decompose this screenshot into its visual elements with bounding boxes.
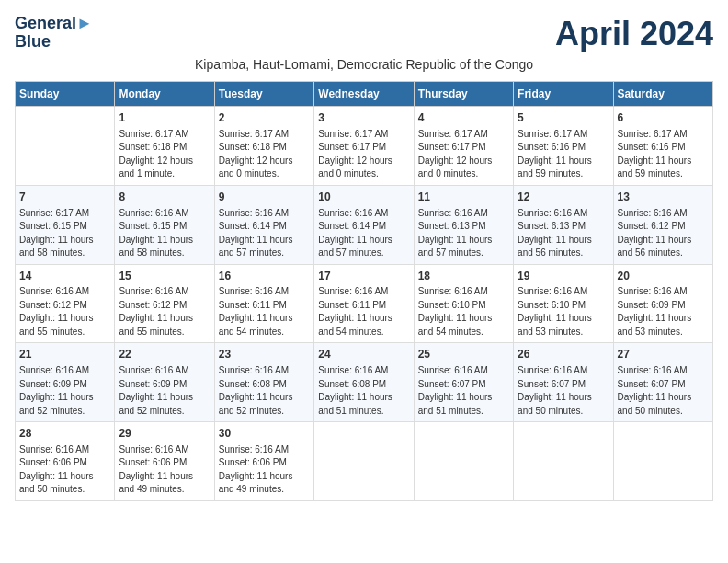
day-number: 7	[19, 190, 110, 205]
day-cell: 10Sunrise: 6:16 AMSunset: 6:14 PMDayligh…	[314, 185, 414, 264]
day-cell: 13Sunrise: 6:16 AMSunset: 6:12 PMDayligh…	[613, 185, 712, 264]
day-number: 5	[518, 110, 609, 126]
day-number: 8	[119, 190, 210, 205]
calendar-table: SundayMondayTuesdayWednesdayThursdayFrid…	[15, 81, 713, 501]
day-info: Sunrise: 6:16 AMSunset: 6:13 PMDaylight:…	[418, 207, 509, 260]
calendar-body: 1Sunrise: 6:17 AMSunset: 6:18 PMDaylight…	[16, 107, 713, 501]
day-info: Sunrise: 6:16 AMSunset: 6:07 PMDaylight:…	[518, 364, 609, 418]
day-cell: 5Sunrise: 6:17 AMSunset: 6:16 PMDaylight…	[514, 107, 613, 186]
day-cell: 19Sunrise: 6:16 AMSunset: 6:10 PMDayligh…	[514, 264, 613, 343]
week-row-2: 7Sunrise: 6:17 AMSunset: 6:15 PMDaylight…	[16, 185, 713, 264]
day-info: Sunrise: 6:16 AMSunset: 6:09 PMDaylight:…	[618, 285, 709, 339]
day-cell: 6Sunrise: 6:17 AMSunset: 6:16 PMDaylight…	[613, 107, 712, 186]
day-cell	[16, 107, 115, 186]
day-cell: 2Sunrise: 6:17 AMSunset: 6:18 PMDaylight…	[214, 107, 313, 186]
header-day-sunday: Sunday	[16, 82, 115, 107]
day-cell: 11Sunrise: 6:16 AMSunset: 6:13 PMDayligh…	[414, 185, 513, 264]
day-number: 17	[318, 269, 409, 284]
day-info: Sunrise: 6:17 AMSunset: 6:16 PMDaylight:…	[618, 128, 709, 181]
day-cell: 7Sunrise: 6:17 AMSunset: 6:15 PMDaylight…	[16, 185, 115, 264]
day-number: 22	[119, 347, 210, 362]
day-info: Sunrise: 6:16 AMSunset: 6:09 PMDaylight:…	[119, 364, 210, 418]
week-row-5: 28Sunrise: 6:16 AMSunset: 6:06 PMDayligh…	[16, 422, 713, 501]
day-info: Sunrise: 6:16 AMSunset: 6:10 PMDaylight:…	[418, 285, 509, 339]
day-cell: 21Sunrise: 6:16 AMSunset: 6:09 PMDayligh…	[16, 343, 115, 422]
day-cell: 9Sunrise: 6:16 AMSunset: 6:14 PMDaylight…	[214, 185, 313, 264]
month-title: April 2024	[555, 15, 713, 53]
week-row-4: 21Sunrise: 6:16 AMSunset: 6:09 PMDayligh…	[16, 343, 713, 422]
day-number: 27	[618, 347, 709, 362]
header-day-monday: Monday	[115, 82, 214, 107]
day-number: 10	[318, 190, 409, 205]
day-info: Sunrise: 6:17 AMSunset: 6:15 PMDaylight:…	[19, 207, 110, 260]
day-info: Sunrise: 6:17 AMSunset: 6:17 PMDaylight:…	[318, 128, 409, 181]
day-number: 26	[518, 347, 609, 362]
day-number: 23	[219, 347, 310, 362]
header-day-tuesday: Tuesday	[214, 82, 313, 107]
day-cell: 30Sunrise: 6:16 AMSunset: 6:06 PMDayligh…	[214, 422, 313, 501]
day-info: Sunrise: 6:16 AMSunset: 6:09 PMDaylight:…	[19, 364, 110, 418]
week-row-1: 1Sunrise: 6:17 AMSunset: 6:18 PMDaylight…	[16, 107, 713, 186]
day-info: Sunrise: 6:17 AMSunset: 6:17 PMDaylight:…	[418, 128, 509, 181]
day-info: Sunrise: 6:16 AMSunset: 6:15 PMDaylight:…	[119, 207, 210, 260]
day-cell: 18Sunrise: 6:16 AMSunset: 6:10 PMDayligh…	[414, 264, 513, 343]
day-info: Sunrise: 6:16 AMSunset: 6:10 PMDaylight:…	[518, 285, 609, 339]
day-cell: 15Sunrise: 6:16 AMSunset: 6:12 PMDayligh…	[115, 264, 214, 343]
day-number: 20	[618, 269, 709, 284]
day-info: Sunrise: 6:16 AMSunset: 6:08 PMDaylight:…	[219, 364, 310, 418]
day-info: Sunrise: 6:16 AMSunset: 6:06 PMDaylight:…	[219, 443, 310, 497]
header-day-wednesday: Wednesday	[314, 82, 414, 107]
day-number: 21	[19, 347, 110, 362]
day-cell: 26Sunrise: 6:16 AMSunset: 6:07 PMDayligh…	[514, 343, 613, 422]
day-number: 19	[518, 269, 609, 284]
logo: General►Blue	[15, 15, 93, 52]
subtitle: Kipamba, Haut-Lomami, Democratic Republi…	[15, 57, 713, 72]
day-number: 6	[618, 110, 709, 126]
day-number: 30	[219, 426, 310, 442]
day-cell: 23Sunrise: 6:16 AMSunset: 6:08 PMDayligh…	[214, 343, 313, 422]
day-info: Sunrise: 6:16 AMSunset: 6:12 PMDaylight:…	[119, 285, 210, 339]
day-number: 25	[418, 347, 509, 362]
day-cell: 8Sunrise: 6:16 AMSunset: 6:15 PMDaylight…	[115, 185, 214, 264]
header-day-thursday: Thursday	[414, 82, 513, 107]
day-number: 29	[119, 426, 210, 442]
day-number: 1	[119, 110, 210, 126]
day-info: Sunrise: 6:17 AMSunset: 6:16 PMDaylight:…	[518, 128, 609, 181]
day-info: Sunrise: 6:16 AMSunset: 6:08 PMDaylight:…	[318, 364, 409, 418]
day-info: Sunrise: 6:16 AMSunset: 6:11 PMDaylight:…	[318, 285, 409, 339]
day-cell: 27Sunrise: 6:16 AMSunset: 6:07 PMDayligh…	[613, 343, 712, 422]
day-number: 18	[418, 269, 509, 284]
day-number: 12	[518, 190, 609, 205]
day-number: 24	[318, 347, 409, 362]
day-cell: 24Sunrise: 6:16 AMSunset: 6:08 PMDayligh…	[314, 343, 414, 422]
day-info: Sunrise: 6:17 AMSunset: 6:18 PMDaylight:…	[219, 128, 310, 181]
day-cell	[414, 422, 513, 501]
day-info: Sunrise: 6:16 AMSunset: 6:12 PMDaylight:…	[19, 285, 110, 339]
day-cell	[613, 422, 712, 501]
day-cell: 17Sunrise: 6:16 AMSunset: 6:11 PMDayligh…	[314, 264, 414, 343]
day-cell: 1Sunrise: 6:17 AMSunset: 6:18 PMDaylight…	[115, 107, 214, 186]
header-day-friday: Friday	[514, 82, 613, 107]
page-header: General►Blue April 2024	[15, 15, 713, 53]
day-cell: 4Sunrise: 6:17 AMSunset: 6:17 PMDaylight…	[414, 107, 513, 186]
day-info: Sunrise: 6:16 AMSunset: 6:07 PMDaylight:…	[418, 364, 509, 418]
day-info: Sunrise: 6:16 AMSunset: 6:13 PMDaylight:…	[518, 207, 609, 260]
day-cell: 29Sunrise: 6:16 AMSunset: 6:06 PMDayligh…	[115, 422, 214, 501]
day-number: 14	[19, 269, 110, 284]
header-day-saturday: Saturday	[613, 82, 712, 107]
day-cell: 20Sunrise: 6:16 AMSunset: 6:09 PMDayligh…	[613, 264, 712, 343]
day-cell: 12Sunrise: 6:16 AMSunset: 6:13 PMDayligh…	[514, 185, 613, 264]
day-info: Sunrise: 6:16 AMSunset: 6:12 PMDaylight:…	[618, 207, 709, 260]
day-cell: 14Sunrise: 6:16 AMSunset: 6:12 PMDayligh…	[16, 264, 115, 343]
day-info: Sunrise: 6:16 AMSunset: 6:14 PMDaylight:…	[318, 207, 409, 260]
day-cell: 25Sunrise: 6:16 AMSunset: 6:07 PMDayligh…	[414, 343, 513, 422]
day-number: 2	[219, 110, 310, 126]
day-cell	[514, 422, 613, 501]
day-cell: 3Sunrise: 6:17 AMSunset: 6:17 PMDaylight…	[314, 107, 414, 186]
day-cell: 28Sunrise: 6:16 AMSunset: 6:06 PMDayligh…	[16, 422, 115, 501]
week-row-3: 14Sunrise: 6:16 AMSunset: 6:12 PMDayligh…	[16, 264, 713, 343]
day-number: 11	[418, 190, 509, 205]
day-number: 4	[418, 110, 509, 126]
day-number: 3	[318, 110, 409, 126]
logo-text: General►Blue	[15, 15, 93, 52]
